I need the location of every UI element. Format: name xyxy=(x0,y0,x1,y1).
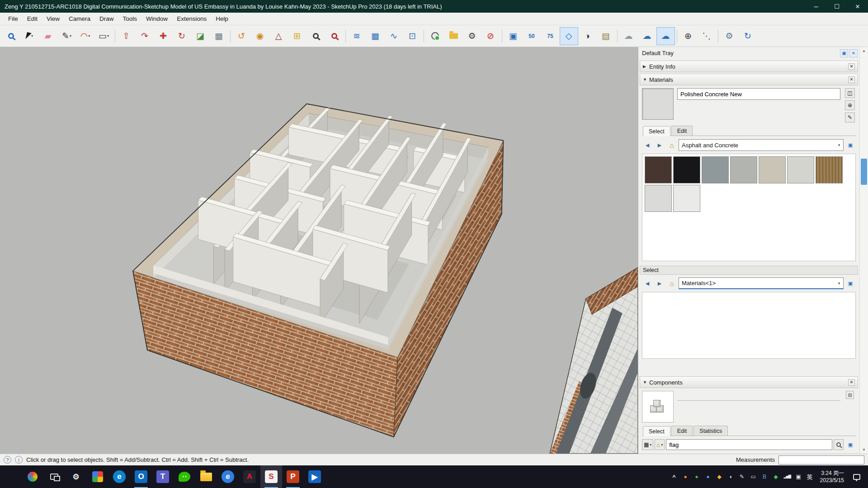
secondary-material-list[interactable] xyxy=(642,292,856,359)
signal-tray-icon[interactable]: ▂▅▇ xyxy=(782,475,793,479)
sketchup-app[interactable]: S xyxy=(260,465,282,488)
cloud-sync-tool[interactable]: ☁ xyxy=(656,27,675,45)
cloud-download-tool[interactable]: ☁ xyxy=(638,27,656,45)
push-pull-tool[interactable]: ⇧ xyxy=(117,27,136,45)
toolbar-separator[interactable] xyxy=(615,27,619,45)
settings-app[interactable]: ⚙ xyxy=(65,465,87,488)
open-model-button[interactable] xyxy=(444,27,463,45)
menu-tools[interactable]: Tools xyxy=(118,13,142,24)
taskbar-clock[interactable]: 3:24 周一 2023/5/15 xyxy=(816,469,849,484)
position-camera-tool[interactable]: △ xyxy=(269,27,288,45)
components-detail-button[interactable]: ⊟ xyxy=(846,391,854,399)
monochrome-style-tool[interactable]: ◇ xyxy=(560,27,578,45)
close-button[interactable]: ✕ xyxy=(847,0,868,13)
secondary-forward-arrow-button[interactable]: ▶ xyxy=(654,278,665,289)
photos-app[interactable] xyxy=(87,465,108,488)
menu-window[interactable]: Window xyxy=(142,13,172,24)
look-around-tool[interactable]: ◉ xyxy=(251,27,269,45)
secondary-back-arrow-button[interactable]: ◀ xyxy=(642,278,653,289)
user-avatar-button[interactable] xyxy=(426,27,444,45)
model-viewport[interactable] xyxy=(0,47,638,454)
material-swatch-2[interactable] xyxy=(673,156,700,183)
trimble-tray-icon[interactable]: ◆ xyxy=(714,474,725,479)
components-home-button[interactable]: ⌂ ▾ xyxy=(655,439,665,450)
in-model-home-button[interactable]: ⌂ xyxy=(666,140,677,150)
toolbar-separator[interactable] xyxy=(716,27,720,45)
start-button[interactable] xyxy=(0,465,22,488)
components-search-input[interactable] xyxy=(666,439,832,450)
tray-close-button[interactable]: ✕ xyxy=(849,49,858,57)
settings-button[interactable]: ⚙ xyxy=(463,27,481,45)
geolocation-help-icon[interactable]: ? xyxy=(4,456,11,464)
network-tray-icon[interactable]: ▣ xyxy=(793,474,804,479)
menu-edit[interactable]: Edit xyxy=(23,13,42,24)
from-contours-tool[interactable]: ≋ xyxy=(348,27,366,45)
section-plane-tool[interactable]: ◪ xyxy=(191,27,210,45)
extension-gear-tool[interactable]: ⚙ xyxy=(720,27,739,45)
material-swatch-4[interactable] xyxy=(730,156,757,183)
materials-tab-edit[interactable]: Edit xyxy=(671,126,693,136)
embassy-model[interactable] xyxy=(133,104,503,437)
edge-app[interactable]: e xyxy=(108,465,130,488)
smoove-tool[interactable]: ∿ xyxy=(385,27,403,45)
view-options-button[interactable]: ▦ ▾ xyxy=(642,439,653,450)
bluetooth-tray-icon[interactable]: B xyxy=(759,474,770,479)
materials-header[interactable]: ▼ Materials ✕ xyxy=(640,74,858,85)
line-tool[interactable]: ✎ ▾ xyxy=(57,27,76,45)
action-center-icon[interactable] xyxy=(853,474,860,480)
sample-paint-button[interactable]: ✎ xyxy=(845,113,855,122)
component-preview[interactable] xyxy=(642,391,674,422)
stamp-tool[interactable]: ⊡ xyxy=(403,27,422,45)
back-arrow-button[interactable]: ◀ xyxy=(642,140,653,150)
task-view-button[interactable] xyxy=(43,465,65,488)
toolbar-separator[interactable] xyxy=(675,27,679,45)
material-name-input[interactable] xyxy=(677,88,840,100)
tray-scrollbar-track[interactable] xyxy=(860,55,868,446)
hidden-icons-chevron[interactable]: ^ xyxy=(669,474,680,480)
menu-draw[interactable]: Draw xyxy=(95,13,118,24)
components-in-model-pane-button[interactable]: ▣ xyxy=(845,439,856,450)
secondary-in-model-pane-button[interactable]: ▣ xyxy=(845,278,856,289)
materials-tab-select[interactable]: Select xyxy=(643,126,670,136)
secondary-home-button[interactable]: ⌂ xyxy=(666,278,677,289)
arc-tool[interactable]: ◠ ▾ xyxy=(76,27,94,45)
display-tray-icon[interactable]: ▭ xyxy=(748,474,759,479)
select-tool[interactable]: ▾ xyxy=(20,27,39,45)
teams-app[interactable]: T xyxy=(152,465,174,488)
material-swatch-9[interactable] xyxy=(673,185,700,212)
add-item-tool[interactable]: ⊕ xyxy=(679,27,698,45)
toolbar-separator[interactable] xyxy=(422,27,426,45)
menu-file[interactable]: File xyxy=(4,13,23,24)
volume-tray-icon[interactable]: ◖ xyxy=(725,474,736,479)
forward-arrow-button[interactable]: ▶ xyxy=(654,140,665,150)
follow-me-tool[interactable]: ↷ xyxy=(136,27,154,45)
entity-info-close-button[interactable]: ✕ xyxy=(848,63,855,70)
zoom-tool[interactable] xyxy=(307,27,325,45)
scroll-up-arrow[interactable]: ▲ xyxy=(860,47,868,55)
tray-pin-button[interactable]: ▣ xyxy=(840,49,848,57)
outer-shell-tool[interactable]: ▣ xyxy=(504,27,523,45)
browser-app[interactable]: e xyxy=(217,465,239,488)
menu-help[interactable]: Help xyxy=(211,13,233,24)
material-layers-tool[interactable]: ▤ xyxy=(597,27,615,45)
measurements-input[interactable] xyxy=(778,455,864,465)
collapse-arrow-icon[interactable]: ▼ xyxy=(643,380,649,385)
orbit-refresh-tool[interactable]: ↻ xyxy=(739,27,757,45)
secondary-building[interactable] xyxy=(550,267,638,454)
pen-tray-icon[interactable]: ✎ xyxy=(736,474,748,479)
menu-camera[interactable]: Camera xyxy=(64,13,95,24)
toolbar-separator[interactable] xyxy=(500,27,504,45)
toolbar-separator[interactable] xyxy=(344,27,348,45)
search-button-components[interactable] xyxy=(834,439,844,450)
wechat-app[interactable] xyxy=(174,465,195,488)
toolbar-separator[interactable] xyxy=(113,27,117,45)
create-material-button[interactable]: ⊕ xyxy=(845,100,855,110)
menu-extensions[interactable]: Extensions xyxy=(172,13,211,24)
abort-operation-button[interactable]: ⊘ xyxy=(481,27,500,45)
tray-scrollbar-thumb[interactable] xyxy=(861,159,867,185)
components-tab-edit[interactable]: Edit xyxy=(671,426,693,436)
components-tab-statistics[interactable]: Statistics xyxy=(693,426,728,436)
expand-arrow-icon[interactable]: ▶ xyxy=(643,64,649,69)
scroll-down-arrow[interactable]: ▼ xyxy=(860,446,868,454)
add-location-tool[interactable]: ▦ xyxy=(210,27,228,45)
